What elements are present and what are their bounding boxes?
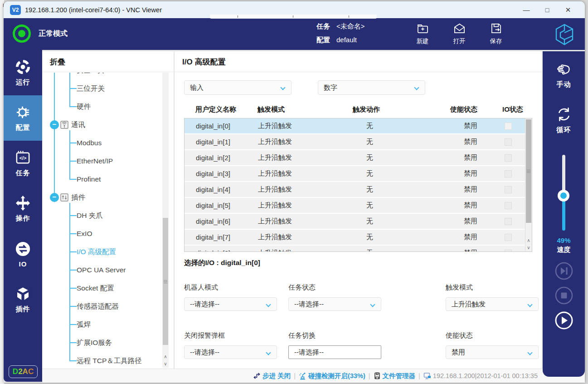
chevron-down-icon xyxy=(414,85,419,90)
table-scrollbar[interactable]: ∧ ∨ xyxy=(525,118,532,251)
tree-item-safety-tool[interactable]: 安全工具 xyxy=(42,73,174,79)
sidebar-item-run[interactable]: 运行 xyxy=(4,50,42,95)
table-row[interactable]: digital_in[2] 上升沿触发 无 禁用 xyxy=(185,150,532,165)
tree-collapse-title[interactable]: 折叠 xyxy=(42,51,174,72)
cell-name: digital_in[6] xyxy=(196,217,258,225)
tree-item-label: 弧焊 xyxy=(77,320,91,330)
tree-item-io-advanced-config[interactable]: I/O 高级配置 xyxy=(42,243,174,261)
collapse-toggle-icon[interactable]: − xyxy=(50,193,59,202)
minimize-button[interactable]: — xyxy=(516,6,537,14)
tree-scrollbar[interactable]: ∧ ∨ xyxy=(162,73,169,368)
open-task-button[interactable]: 打开 xyxy=(443,21,476,47)
table-row[interactable]: digital_in[0] 上升沿触发 无 禁用 xyxy=(185,118,532,133)
plugin-io-icon xyxy=(60,193,68,202)
close-button[interactable]: ✕ xyxy=(558,6,578,14)
tree-item-three-position-switch[interactable]: 三位开关 xyxy=(42,79,174,98)
scroll-down-icon[interactable]: ∨ xyxy=(525,244,532,251)
io-state-checkbox[interactable] xyxy=(505,234,512,241)
table-row[interactable]: digital_in[1] 上升沿触发 无 禁用 xyxy=(185,134,532,149)
task-state-select[interactable]: --请选择-- xyxy=(288,297,381,311)
sidebar-item-io[interactable]: IO xyxy=(4,231,42,277)
tree-item-hardware[interactable]: 硬件 xyxy=(42,98,174,116)
tree-item-exio[interactable]: ExIO xyxy=(42,225,174,243)
table-row[interactable]: digital_in[5] 上升沿触发 无 禁用 xyxy=(185,198,532,213)
manual-mode-button[interactable]: 手动 xyxy=(543,60,585,89)
step-mode-status[interactable]: 步进 关闭 xyxy=(253,372,291,380)
open-icon xyxy=(453,23,466,35)
tree-item-modbus[interactable]: Modbus xyxy=(42,134,174,152)
sidebar-item-task[interactable]: </> 任务 xyxy=(4,141,42,186)
collapse-toggle-icon[interactable]: − xyxy=(50,120,59,129)
new-task-button[interactable]: 新建 xyxy=(406,21,439,47)
tree-item-label: OPC UA Server xyxy=(77,266,126,274)
cell-action: 无 xyxy=(353,217,451,226)
tree-item-sensor-adapter[interactable]: 传感器适配器 xyxy=(42,297,174,315)
config-value: default xyxy=(336,36,357,44)
cell-enable: 禁用 xyxy=(451,169,503,178)
badge-letter: D xyxy=(13,367,18,376)
save-task-button[interactable]: 保存 xyxy=(480,21,512,47)
table-row[interactable]: digital_in[8] 上升沿触发 无 禁用 xyxy=(185,246,532,252)
mode-status-icon[interactable] xyxy=(13,25,31,43)
task-switch-input[interactable]: --请选择-- xyxy=(288,345,381,359)
io-state-checkbox[interactable] xyxy=(505,170,512,177)
stop-button[interactable] xyxy=(554,286,573,305)
file-manager-button[interactable]: 文件管理器 xyxy=(374,372,416,380)
maximize-button[interactable]: □ xyxy=(537,6,558,14)
robot-mode-select[interactable]: --请选择-- xyxy=(184,297,277,311)
io-state-checkbox[interactable] xyxy=(505,186,512,193)
sidebar-item-operate[interactable]: 操作 xyxy=(4,186,42,231)
play-button[interactable] xyxy=(554,311,573,330)
io-state-checkbox[interactable] xyxy=(505,154,512,162)
close-alarm-popup-label: 关闭报警弹框 xyxy=(184,331,277,340)
close-alarm-popup-select[interactable]: --请选择-- xyxy=(184,345,277,359)
task-label: 任务 xyxy=(316,22,330,31)
collision-detect-status[interactable]: 碰撞检测开启(33%) xyxy=(299,372,365,380)
tree-item-profinet[interactable]: Profinet xyxy=(42,170,174,188)
io-state-checkbox[interactable] xyxy=(505,250,512,252)
task-switch-value: --请选择-- xyxy=(294,348,324,357)
tree-item-arc-welding[interactable]: 弧焊 xyxy=(42,315,174,334)
sidebar-item-plugin[interactable]: 插件 xyxy=(4,277,42,322)
table-row[interactable]: digital_in[4] 上升沿触发 无 禁用 xyxy=(185,182,532,197)
scroll-up-icon[interactable]: ∧ xyxy=(162,353,169,360)
gear-icon xyxy=(15,104,31,120)
chevron-down-icon xyxy=(527,302,532,307)
tree-item-extended-io-service[interactable]: 扩展IO服务 xyxy=(42,334,174,352)
tree-item-communication[interactable]: − 通讯 xyxy=(42,116,174,134)
chevron-down-icon xyxy=(280,85,285,90)
trigger-mode-select[interactable]: 上升沿触发 xyxy=(446,297,539,311)
tree-item-dh-gripper[interactable]: DH 夹爪 xyxy=(42,207,174,225)
sidebar-item-config[interactable]: 配置 xyxy=(4,95,42,141)
tree-item-remote-tcp-tool-path[interactable]: 远程 TCP＆工具路径 xyxy=(42,352,174,369)
table-row[interactable]: digital_in[7] 上升沿触发 无 禁用 xyxy=(185,230,532,245)
io-state-checkbox[interactable] xyxy=(505,123,512,130)
io-state-checkbox[interactable] xyxy=(505,218,512,225)
table-row[interactable]: digital_in[3] 上升沿触发 无 禁用 xyxy=(185,166,532,181)
io-state-checkbox[interactable] xyxy=(505,138,512,146)
tree-scroll-area: 安全工具 三位开关 硬件 − 通讯 Modbus EtherNet/IP Pro… xyxy=(42,73,174,369)
cell-enable: 禁用 xyxy=(451,122,503,130)
table-scrollbar-thumb[interactable] xyxy=(526,119,531,223)
tree-item-opc-ua-server[interactable]: OPC UA Server xyxy=(42,261,174,279)
io-type-select[interactable]: 数字 xyxy=(318,80,425,95)
step-next-button[interactable] xyxy=(554,261,573,281)
cycle-mode-button[interactable]: 循环 xyxy=(543,106,585,134)
io-state-checkbox[interactable] xyxy=(505,202,512,209)
scroll-up-icon[interactable]: ∧ xyxy=(525,237,532,244)
vnc-toolbar-handle[interactable] xyxy=(210,15,377,19)
col-header-trigger-mode: 触发模式 xyxy=(258,105,353,114)
tree-item-socket-config[interactable]: Socket 配置 xyxy=(42,279,174,297)
io-direction-select[interactable]: 输入 xyxy=(184,80,292,95)
tree-item-plugins[interactable]: − 插件 xyxy=(42,188,174,207)
table-row[interactable]: digital_in[6] 上升沿触发 无 禁用 xyxy=(185,214,532,229)
scroll-down-icon[interactable]: ∨ xyxy=(162,360,169,367)
cell-name: digital_in[5] xyxy=(196,202,258,209)
close-alarm-popup-value: --请选择-- xyxy=(190,348,219,357)
open-task-label: 打开 xyxy=(453,37,466,45)
tree-item-ethernet-ip[interactable]: EtherNet/IP xyxy=(42,152,174,170)
collision-icon xyxy=(299,372,306,380)
tree-scrollbar-thumb[interactable] xyxy=(163,218,168,345)
speed-slider-thumb[interactable] xyxy=(558,190,569,202)
enable-state-select[interactable]: 禁用 xyxy=(446,345,539,359)
